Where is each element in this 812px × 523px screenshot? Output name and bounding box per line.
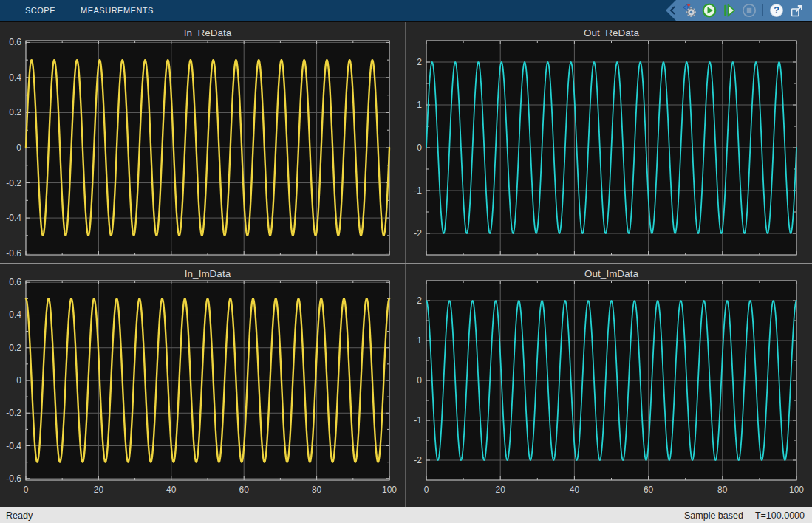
svg-text:0.4: 0.4 [9,72,21,83]
help-icon: ? [769,3,784,18]
svg-text:-0.6: -0.6 [6,248,21,259]
run-button[interactable] [701,2,717,18]
undock-button[interactable] [788,2,805,18]
quadrant-divider-vertical [405,22,406,507]
display-in-imdata: In_ImData -0.6-0.4-0.200.20.40.602040608… [0,263,405,507]
svg-text:20: 20 [496,485,506,495]
stop-button[interactable] [741,2,757,18]
plot-canvas: In_ReData -0.6-0.4-0.200.20.40.6 Out_ReD… [0,22,812,507]
display-out-redata: Out_ReData -2-1012 [405,22,812,263]
svg-text:80: 80 [312,485,322,495]
svg-text:-0.6: -0.6 [6,474,21,484]
svg-text:0.2: 0.2 [9,107,21,117]
svg-text:100: 100 [382,485,397,495]
tab-measurements[interactable]: MEASUREMENTS [68,0,166,21]
svg-text:80: 80 [717,485,728,495]
svg-text:?: ? [774,5,779,16]
plot-axes-in-redata[interactable]: -0.6-0.4-0.200.20.40.6 [0,22,405,263]
status-sample-mode: Sample based [684,510,743,521]
collapse-toolbar-icon[interactable] [669,5,676,16]
undock-icon [790,4,804,18]
svg-text:20: 20 [94,485,104,495]
toolstrip: SCOPE MEASUREMENTS [0,0,812,22]
status-text: Ready [6,510,33,521]
svg-text:2: 2 [417,295,422,306]
help-button[interactable]: ? [768,2,785,18]
svg-text:1: 1 [417,335,422,346]
svg-text:100: 100 [789,485,804,495]
svg-text:-2: -2 [414,228,422,239]
svg-text:0: 0 [417,143,422,153]
run-icon [702,3,717,18]
svg-text:60: 60 [644,485,654,495]
simulation-settings-button[interactable] [681,2,697,18]
status-bar: Ready Sample based T=100.0000 [0,507,812,523]
display-out-imdata: Out_ImData -2-1012020406080100 [405,263,812,507]
plot-axes-in-imdata[interactable]: -0.6-0.4-0.200.20.40.6020406080100 [0,263,405,507]
quadrant-divider-horizontal [0,263,812,264]
svg-text:0: 0 [424,485,429,495]
step-forward-icon [722,3,737,18]
toolbar-separator [762,4,763,16]
svg-text:-0.4: -0.4 [6,213,21,223]
svg-text:0.2: 0.2 [9,343,21,353]
display-in-redata: In_ReData -0.6-0.4-0.200.20.40.6 [0,22,405,263]
step-forward-button[interactable] [721,2,737,18]
svg-text:-2: -2 [414,455,422,465]
stop-icon [742,3,757,18]
status-sim-time: T=100.0000 [755,510,805,521]
svg-text:-1: -1 [414,415,422,425]
svg-text:-0.2: -0.2 [6,178,21,188]
tab-scope[interactable]: SCOPE [13,0,68,21]
svg-text:40: 40 [570,485,580,495]
simulation-settings-gear-icon [682,3,697,18]
svg-text:-0.4: -0.4 [6,441,21,451]
svg-text:60: 60 [239,485,250,495]
svg-text:0: 0 [24,485,29,495]
svg-text:-0.2: -0.2 [6,408,21,418]
svg-text:0: 0 [16,375,21,386]
svg-text:-1: -1 [414,185,422,196]
svg-text:40: 40 [166,485,177,495]
toolbar-quick-access: ? [666,0,812,21]
svg-text:0.6: 0.6 [9,37,21,47]
plot-axes-out-redata[interactable]: -2-1012 [405,22,812,263]
plot-axes-out-imdata[interactable]: -2-1012020406080100 [405,263,812,507]
svg-text:0: 0 [16,143,21,153]
svg-text:1: 1 [417,100,422,110]
toolstrip-tabs: SCOPE MEASUREMENTS [0,0,166,21]
svg-text:0.6: 0.6 [9,277,21,287]
svg-text:0: 0 [417,375,422,386]
svg-text:0.4: 0.4 [9,310,21,320]
svg-text:2: 2 [417,57,422,67]
